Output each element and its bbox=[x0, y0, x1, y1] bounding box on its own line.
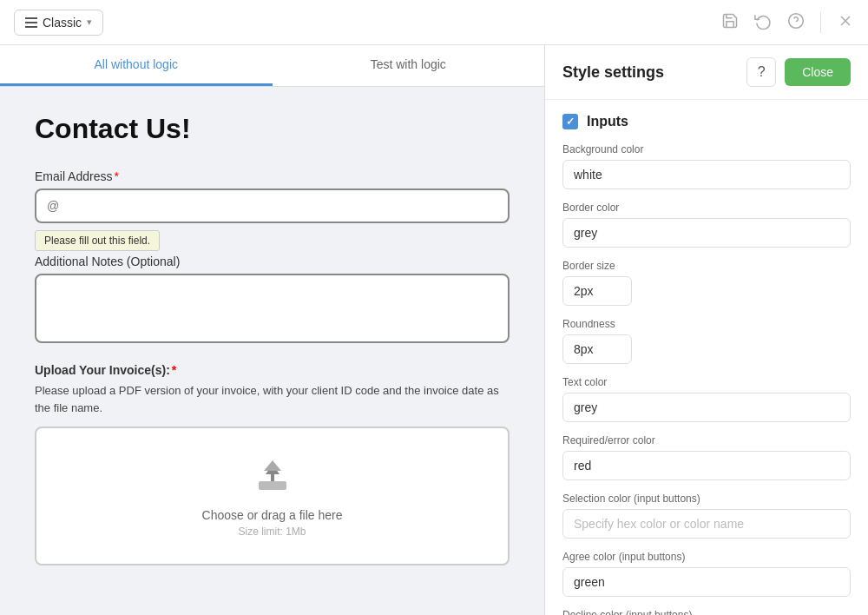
email-input[interactable] bbox=[35, 188, 510, 223]
tooltip-box: Please fill out this field. bbox=[35, 230, 160, 251]
classic-dropdown-button[interactable]: Classic ▾ bbox=[14, 10, 103, 36]
input-border-color[interactable] bbox=[562, 218, 851, 248]
upload-cta-text: Choose or drag a file here bbox=[202, 508, 343, 522]
svg-marker-6 bbox=[264, 460, 281, 471]
style-help-button[interactable]: ? bbox=[746, 57, 776, 87]
classic-label: Classic bbox=[43, 16, 82, 30]
upload-required-marker: * bbox=[172, 363, 176, 377]
upload-label: Upload Your Invoice(s):* bbox=[35, 363, 510, 377]
label-selection-color: Selection color (input buttons) bbox=[562, 493, 851, 505]
email-field-wrapper: Please fill out this field. bbox=[35, 188, 510, 223]
field-roundness: Roundness bbox=[562, 318, 851, 364]
toolbar: Classic ▾ bbox=[0, 0, 868, 45]
notes-group: Additional Notes (Optional) bbox=[35, 255, 510, 346]
field-border-size: Border size bbox=[562, 260, 851, 306]
style-close-button[interactable]: Close bbox=[785, 58, 851, 86]
tab-with-logic[interactable]: Test with logic bbox=[273, 45, 545, 86]
field-decline-color: Decline color (input buttons) bbox=[562, 609, 851, 615]
upload-group: Upload Your Invoice(s):* Please upload a… bbox=[35, 363, 510, 565]
email-label: Email Address* bbox=[35, 169, 510, 183]
notes-label: Additional Notes (Optional) bbox=[35, 255, 510, 268]
label-roundness: Roundness bbox=[562, 318, 851, 330]
input-background-color[interactable] bbox=[562, 160, 851, 189]
right-body: Inputs Background color Border color Bor… bbox=[545, 100, 868, 615]
input-text-color[interactable] bbox=[562, 393, 851, 422]
left-panel: All without logic Test with logic Contac… bbox=[0, 45, 545, 615]
upload-dropzone[interactable]: Choose or drag a file here Size limit: 1… bbox=[35, 427, 510, 565]
close-toolbar-icon[interactable] bbox=[837, 12, 854, 32]
field-selection-color: Selection color (input buttons) bbox=[562, 493, 851, 539]
question-icon[interactable] bbox=[787, 12, 805, 32]
email-required-marker: * bbox=[114, 169, 118, 183]
label-background-color: Background color bbox=[562, 143, 851, 155]
input-border-size[interactable] bbox=[562, 276, 632, 306]
input-selection-color[interactable] bbox=[562, 509, 851, 539]
upload-icon bbox=[252, 455, 293, 499]
notes-textarea[interactable] bbox=[35, 274, 510, 343]
chevron-down-icon: ▾ bbox=[87, 17, 92, 28]
field-required-error-color: Required/error color bbox=[562, 434, 851, 480]
field-agree-color: Agree color (input buttons) bbox=[562, 551, 851, 597]
svg-rect-4 bbox=[259, 481, 286, 490]
label-decline-color: Decline color (input buttons) bbox=[562, 609, 851, 615]
inputs-section-title: Inputs bbox=[587, 114, 628, 129]
upload-limit-text: Size limit: 1Mb bbox=[238, 526, 306, 538]
header-actions: ? Close bbox=[746, 57, 851, 87]
toolbar-divider bbox=[820, 12, 821, 33]
label-text-color: Text color bbox=[562, 376, 851, 388]
field-border-color: Border color bbox=[562, 202, 851, 248]
label-border-size: Border size bbox=[562, 260, 851, 272]
label-agree-color: Agree color (input buttons) bbox=[562, 551, 851, 563]
input-roundness[interactable] bbox=[562, 334, 632, 364]
right-header: Style settings ? Close bbox=[545, 45, 868, 100]
form-title: Contact Us! bbox=[35, 113, 510, 145]
email-group: Email Address* Please fill out this fiel… bbox=[35, 169, 510, 223]
tab-without-logic[interactable]: All without logic bbox=[0, 45, 273, 86]
inputs-checkbox[interactable] bbox=[562, 114, 578, 129]
input-required-error-color[interactable] bbox=[562, 451, 851, 480]
undo-icon[interactable] bbox=[754, 12, 772, 32]
svg-point-0 bbox=[789, 14, 804, 29]
tabs: All without logic Test with logic bbox=[0, 45, 544, 87]
field-text-color: Text color bbox=[562, 376, 851, 422]
label-required-error-color: Required/error color bbox=[562, 434, 851, 446]
inputs-section-header: Inputs bbox=[562, 114, 851, 129]
menu-lines-icon bbox=[25, 17, 37, 28]
right-panel: Style settings ? Close Inputs Background… bbox=[545, 45, 868, 615]
field-background-color: Background color bbox=[562, 143, 851, 189]
upload-description: Please upload a PDF version of your invo… bbox=[35, 382, 510, 416]
input-agree-color[interactable] bbox=[562, 567, 851, 597]
save-icon[interactable] bbox=[721, 12, 739, 32]
form-area: Contact Us! Email Address* Please fill o… bbox=[0, 87, 544, 615]
toolbar-actions bbox=[721, 12, 854, 33]
style-settings-title: Style settings bbox=[562, 63, 664, 82]
label-border-color: Border color bbox=[562, 202, 851, 214]
main-layout: All without logic Test with logic Contac… bbox=[0, 45, 868, 615]
